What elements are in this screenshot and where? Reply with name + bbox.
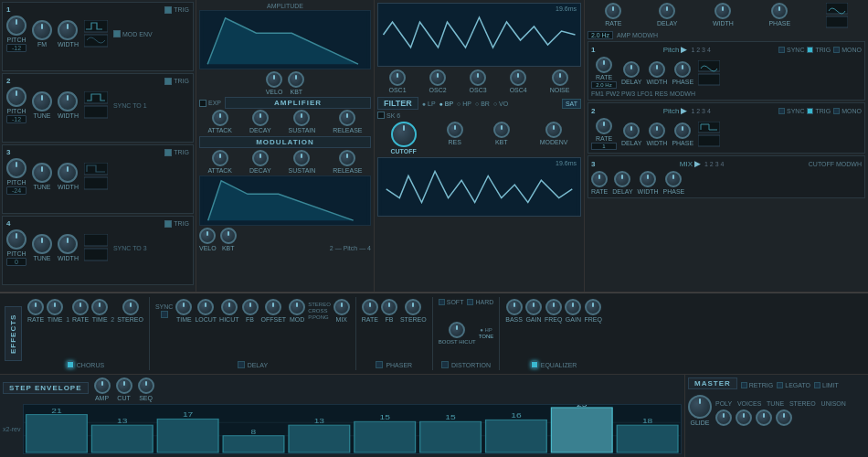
master-unison-knob[interactable] — [776, 409, 792, 426]
master-stereo-knob[interactable] — [756, 409, 772, 426]
lfo2-wave-selector[interactable] — [698, 122, 720, 147]
lfo2-trig-check[interactable]: TRIG — [807, 108, 831, 114]
amp-kbt-knob[interactable]: KBT — [288, 71, 304, 95]
osc1-level-knob[interactable]: OSC1 — [388, 69, 406, 93]
master-tune-knob[interactable] — [736, 409, 752, 426]
osc1-width-knob[interactable]: WIDTH — [58, 20, 79, 48]
release-knob[interactable]: RELEASE — [333, 110, 362, 133]
chorus-on-led[interactable] — [67, 361, 74, 368]
step-cut-knob[interactable]: CUT — [116, 377, 132, 401]
lfo1-wave-selector[interactable] — [698, 60, 720, 86]
eq-gain2-knob[interactable]: GAIN — [565, 299, 581, 323]
step-amp-knob[interactable]: AMP — [94, 377, 111, 401]
chorus-time1-knob[interactable]: TIME — [47, 299, 63, 323]
eq-freq2-knob[interactable]: FREQ — [584, 299, 601, 323]
lfo-top-width-knob[interactable]: WIDTH — [713, 3, 734, 28]
lfo1-delay-knob[interactable]: DELAY — [621, 61, 641, 85]
lfo2-rate-knob[interactable]: RATE 1 — [591, 118, 617, 150]
phaser-rate-knob[interactable]: RATE — [362, 299, 378, 323]
hard-check[interactable]: HARD — [467, 299, 493, 305]
osc1-pitch-knob[interactable]: PITCH -12 — [6, 16, 26, 52]
osc4-width-knob[interactable]: WIDTH — [58, 234, 79, 261]
lfo3-width-knob[interactable]: WIDTH — [638, 171, 659, 195]
eq-on-led[interactable] — [531, 361, 538, 368]
chorus-time2-knob[interactable]: TIME — [91, 299, 108, 323]
lfo3-delay-knob[interactable]: DELAY — [612, 171, 632, 195]
delay-hicut-knob[interactable]: HICUT — [219, 299, 238, 323]
osc2-pitch-knob[interactable]: PITCH -12 — [6, 87, 26, 123]
delay-on-led[interactable] — [238, 361, 245, 368]
amp-velo-knob[interactable]: VELO — [266, 71, 283, 95]
delay-mix-knob[interactable]: MIX — [333, 299, 350, 323]
mod-velo-knob[interactable]: VELO — [199, 228, 217, 251]
filter-hp-btn[interactable]: ○ HP — [456, 101, 472, 107]
lfo-top-wave-selector[interactable] — [826, 3, 848, 28]
osc4-level-knob[interactable]: OSC4 — [510, 69, 527, 93]
filter-kbt-knob[interactable]: KBT — [493, 122, 510, 154]
lfo1-phase-knob[interactable]: PHASE — [672, 61, 693, 85]
lfo1-trig-check[interactable]: TRIG — [807, 47, 831, 53]
osc3-tune-knob[interactable]: TUNE — [32, 163, 52, 190]
lfo3-play-btn[interactable]: ▶ — [694, 159, 701, 168]
osc4-pitch-knob[interactable]: PITCH 0 — [6, 229, 26, 266]
osc4-tune-knob[interactable]: TUNE — [32, 234, 52, 261]
boost-hicut-knob[interactable]: BOOST HICUT — [439, 322, 476, 345]
lfo2-delay-knob[interactable]: DELAY — [621, 122, 641, 146]
lfo-top-phase-knob[interactable]: PHASE — [768, 3, 790, 28]
phaser-fb-knob[interactable]: FB — [381, 299, 397, 323]
delay-time-knob[interactable]: TIME — [175, 299, 192, 323]
lfo-top-delay-knob[interactable]: DELAY — [657, 3, 677, 28]
lfo1-sync-check[interactable]: SYNC — [778, 47, 804, 53]
osc3-width-knob[interactable]: WIDTH — [58, 163, 79, 190]
step-seq-knob[interactable]: SEQ — [138, 377, 154, 401]
noise-level-knob[interactable]: NOISE — [550, 69, 570, 93]
filter-modenv-knob[interactable]: MODENV — [540, 122, 568, 154]
osc4-waveform-selector[interactable] — [84, 234, 108, 261]
trig-check-2[interactable]: TRIG — [164, 78, 189, 85]
lfo1-mono-check[interactable]: MONO — [833, 47, 862, 53]
res-knob[interactable]: RES — [447, 122, 463, 154]
limit-check[interactable]: LIMIT — [814, 382, 839, 388]
chorus-stereo-knob[interactable]: STEREO — [117, 299, 143, 323]
mod-kbt-knob[interactable]: KBT — [220, 228, 237, 251]
lfo2-width-knob[interactable]: WIDTH — [646, 122, 667, 146]
mod-decay-knob[interactable]: DECAY — [249, 150, 271, 174]
delay-sync-label[interactable]: SYNC — [155, 303, 173, 310]
lfo2-play-btn[interactable]: ▶ — [681, 106, 687, 115]
lfo3-phase-knob[interactable]: PHASE — [663, 171, 685, 195]
osc1-waveform-selector[interactable] — [84, 20, 108, 48]
trig-check-3[interactable]: TRIG — [164, 149, 189, 156]
osc3-pitch-knob[interactable]: PITCH -24 — [6, 158, 26, 195]
dist-on-led[interactable] — [441, 361, 449, 368]
trig-check-1[interactable]: TRIG — [164, 6, 189, 14]
osc2-width-knob[interactable]: WIDTH — [58, 91, 79, 119]
eq-bass-knob[interactable]: BASS — [505, 299, 523, 323]
attack-knob[interactable]: ATTACK — [207, 110, 232, 133]
osc3-waveform-selector[interactable] — [84, 163, 108, 190]
mod-env-check-1[interactable]: MOD ENV — [113, 30, 153, 37]
lfo1-play-btn[interactable]: ▶ — [681, 45, 687, 54]
osc1-fm-knob[interactable]: FM — [32, 20, 52, 48]
delay-fb-knob[interactable]: FB — [242, 299, 259, 323]
osc2-tune-knob[interactable]: TUNE — [32, 91, 52, 119]
filter-lp-btn[interactable]: ● LP — [421, 101, 437, 107]
sk6-check[interactable]: SK 6 — [377, 112, 400, 119]
lfo1-rate-knob[interactable]: RATE 2.0 Hz — [591, 57, 617, 89]
filter-br-btn[interactable]: ○ BR — [474, 101, 491, 107]
filter-vo-btn[interactable]: ○ VO — [492, 101, 509, 107]
trig-check-4[interactable]: TRIG — [164, 220, 189, 228]
master-glide-knob[interactable]: GLIDE — [688, 395, 712, 426]
mod-attack-knob[interactable]: ATTACK — [207, 150, 232, 174]
master-voices-knob[interactable] — [715, 409, 732, 426]
mod-sustain-knob[interactable]: SUSTAIN — [288, 150, 315, 174]
delay-locut-knob[interactable]: LOCUT — [195, 299, 217, 323]
osc2-waveform-selector[interactable] — [84, 91, 108, 119]
lfo2-mono-check[interactable]: MONO — [833, 108, 862, 114]
lfo2-sync-check[interactable]: SYNC — [778, 108, 804, 114]
mod-release-knob[interactable]: RELEASE — [333, 150, 362, 174]
lfo-top-rate-knob[interactable]: RATE — [605, 3, 621, 28]
filter-bp-btn[interactable]: ● BP — [439, 101, 455, 107]
lfo1-width-knob[interactable]: WIDTH — [646, 61, 667, 85]
phaser-on-led[interactable] — [376, 361, 383, 368]
osc3-level-knob[interactable]: OSC3 — [470, 69, 487, 93]
